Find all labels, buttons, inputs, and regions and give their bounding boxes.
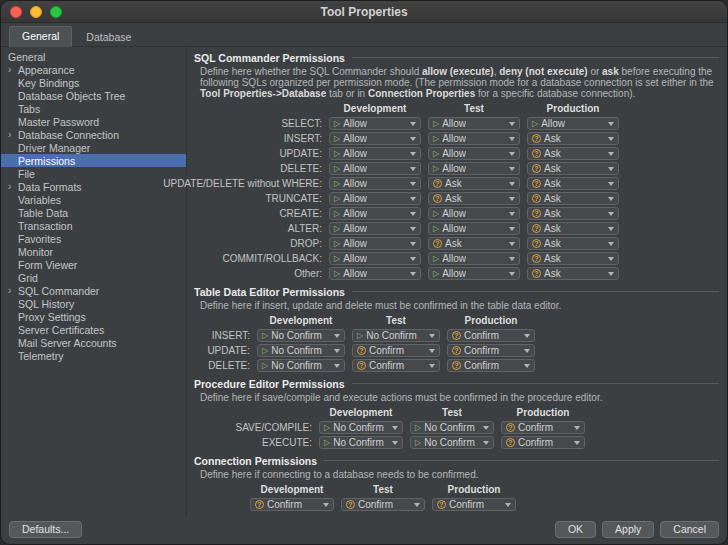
- sidebar-item-key-bindings[interactable]: Key Bindings: [1, 76, 186, 89]
- chevron-down-icon: [483, 426, 489, 430]
- sidebar-item-sql-history[interactable]: SQL History: [1, 297, 186, 310]
- permission-dropdown[interactable]: ?Ask: [527, 147, 619, 160]
- permission-dropdown[interactable]: ?Ask: [527, 132, 619, 145]
- permission-dropdown[interactable]: ▷Allow: [428, 222, 520, 235]
- permission-dropdown[interactable]: ?Confirm: [352, 359, 440, 372]
- permission-dropdown[interactable]: ▷No Confirm: [257, 359, 345, 372]
- permission-dropdown[interactable]: ?Confirm: [250, 498, 334, 511]
- permission-dropdown[interactable]: ▷Allow: [428, 207, 520, 220]
- sidebar-item-general[interactable]: General: [1, 50, 186, 63]
- close-button[interactable]: [10, 6, 22, 18]
- section-procedure-editor-permissions: Procedure Editor Permissions Define here…: [194, 377, 719, 449]
- sidebar-item-table-data[interactable]: Table Data: [1, 206, 186, 219]
- zoom-button[interactable]: [50, 6, 62, 18]
- expand-chevron-icon[interactable]: ›: [8, 130, 18, 140]
- apply-button[interactable]: Apply: [602, 521, 654, 538]
- ok-button[interactable]: OK: [555, 521, 596, 538]
- tab-database[interactable]: Database: [73, 27, 144, 47]
- permission-dropdown[interactable]: ▷Allow: [428, 252, 520, 265]
- cancel-button[interactable]: Cancel: [660, 521, 719, 538]
- selected-value: No Confirm: [424, 422, 475, 433]
- sidebar-item-driver-manager[interactable]: Driver Manager: [1, 141, 186, 154]
- minimize-button[interactable]: [30, 6, 42, 18]
- permission-dropdown[interactable]: ?Confirm: [447, 344, 535, 357]
- sidebar-item-proxy-settings[interactable]: Proxy Settings: [1, 310, 186, 323]
- sidebar-item-file[interactable]: File: [1, 167, 186, 180]
- defaults-button[interactable]: Defaults...: [9, 521, 82, 538]
- permission-dropdown[interactable]: ▷Allow: [329, 207, 421, 220]
- permission-dropdown[interactable]: ▷Allow: [329, 147, 421, 160]
- permission-dropdown[interactable]: ?Ask: [527, 222, 619, 235]
- sidebar-item-server-certificates[interactable]: Server Certificates: [1, 323, 186, 336]
- sidebar-item-sql-commander[interactable]: ›SQL Commander: [1, 284, 186, 297]
- permission-dropdown[interactable]: ▷Allow: [329, 267, 421, 280]
- tab-general[interactable]: General: [9, 26, 72, 47]
- permission-dropdown[interactable]: ▷No Confirm: [257, 344, 345, 357]
- permission-dropdown[interactable]: ▷Allow: [428, 147, 520, 160]
- column-header-test: Test: [352, 314, 440, 327]
- permission-dropdown[interactable]: ▷No Confirm: [319, 436, 403, 449]
- sidebar-item-database-connection[interactable]: ›Database Connection: [1, 128, 186, 141]
- chevron-down-icon: [608, 242, 614, 246]
- sidebar-item-variables[interactable]: Variables: [1, 193, 186, 206]
- permission-dropdown[interactable]: ▷Allow: [428, 117, 520, 130]
- permission-dropdown[interactable]: ?Confirm: [432, 498, 516, 511]
- permission-dropdown[interactable]: ▷Allow: [329, 117, 421, 130]
- permission-dropdown[interactable]: ▷Allow: [329, 222, 421, 235]
- sidebar-item-form-viewer[interactable]: Form Viewer: [1, 258, 186, 271]
- permission-dropdown[interactable]: ▷Allow: [527, 117, 619, 130]
- permission-dropdown[interactable]: ▷Allow: [329, 132, 421, 145]
- expand-chevron-icon[interactable]: ›: [8, 286, 18, 296]
- permission-dropdown[interactable]: ?Ask: [428, 237, 520, 250]
- selected-value: Ask: [445, 238, 462, 249]
- sidebar-item-label: Transaction: [18, 220, 72, 232]
- permission-dropdown[interactable]: ?Ask: [428, 177, 520, 190]
- permission-dropdown[interactable]: ▷No Confirm: [410, 421, 494, 434]
- sidebar-item-monitor[interactable]: Monitor: [1, 245, 186, 258]
- sidebar-item-tabs[interactable]: Tabs: [1, 102, 186, 115]
- permission-dropdown[interactable]: ?Confirm: [352, 344, 440, 357]
- sidebar-item-favorites[interactable]: Favorites: [1, 232, 186, 245]
- sidebar-item-master-password[interactable]: Master Password: [1, 115, 186, 128]
- permission-dropdown[interactable]: ▷Allow: [329, 177, 421, 190]
- permission-dropdown[interactable]: ?Ask: [527, 252, 619, 265]
- permission-dropdown[interactable]: ▷Allow: [329, 192, 421, 205]
- sidebar-item-database-objects-tree[interactable]: Database Objects Tree: [1, 89, 186, 102]
- sidebar-item-mail-server-accounts[interactable]: Mail Server Accounts: [1, 336, 186, 349]
- permission-dropdown[interactable]: ▷Allow: [428, 267, 520, 280]
- sidebar-item-appearance[interactable]: ›Appearance: [1, 63, 186, 76]
- permission-dropdown[interactable]: ?Ask: [527, 207, 619, 220]
- section-description: Define here whether the SQL Commander sh…: [200, 66, 719, 99]
- permission-dropdown[interactable]: ?Confirm: [501, 421, 585, 434]
- sidebar-item-label: General: [8, 51, 45, 63]
- permission-dropdown[interactable]: ?Confirm: [341, 498, 425, 511]
- permission-dropdown[interactable]: ▷No Confirm: [319, 421, 403, 434]
- sidebar-item-grid[interactable]: Grid: [1, 271, 186, 284]
- permission-dropdown[interactable]: ▷Allow: [329, 162, 421, 175]
- permission-dropdown[interactable]: ?Ask: [527, 162, 619, 175]
- permission-dropdown[interactable]: ▷Allow: [329, 252, 421, 265]
- permission-dropdown[interactable]: ▷No Confirm: [410, 436, 494, 449]
- sidebar-item-transaction[interactable]: Transaction: [1, 219, 186, 232]
- permission-dropdown[interactable]: ?Ask: [527, 177, 619, 190]
- permission-dropdown[interactable]: ?Ask: [428, 192, 520, 205]
- permission-dropdown[interactable]: ?Ask: [527, 237, 619, 250]
- section-divider: [324, 460, 719, 461]
- sidebar-item-permissions[interactable]: Permissions: [1, 154, 186, 167]
- expand-chevron-icon[interactable]: ›: [8, 182, 18, 192]
- permission-dropdown[interactable]: ?Confirm: [447, 359, 535, 372]
- permission-dropdown[interactable]: ?Ask: [527, 192, 619, 205]
- permission-dropdown[interactable]: ▷Allow: [428, 162, 520, 175]
- permission-dropdown[interactable]: ▷Allow: [428, 132, 520, 145]
- permission-dropdown[interactable]: ▷No Confirm: [257, 329, 345, 342]
- permission-dropdown[interactable]: ?Confirm: [501, 436, 585, 449]
- permission-dropdown[interactable]: ▷Allow: [329, 237, 421, 250]
- permission-dropdown[interactable]: ?Confirm: [447, 329, 535, 342]
- expand-chevron-icon[interactable]: ›: [8, 65, 18, 75]
- sidebar-item-label: SQL History: [18, 298, 74, 310]
- sidebar-item-telemetry[interactable]: Telemetry: [1, 349, 186, 362]
- sidebar-item-data-formats[interactable]: ›Data Formats: [1, 180, 186, 193]
- permission-dropdown[interactable]: ▷No Confirm: [352, 329, 440, 342]
- chevron-down-icon: [574, 426, 580, 430]
- permission-dropdown[interactable]: ?Ask: [527, 267, 619, 280]
